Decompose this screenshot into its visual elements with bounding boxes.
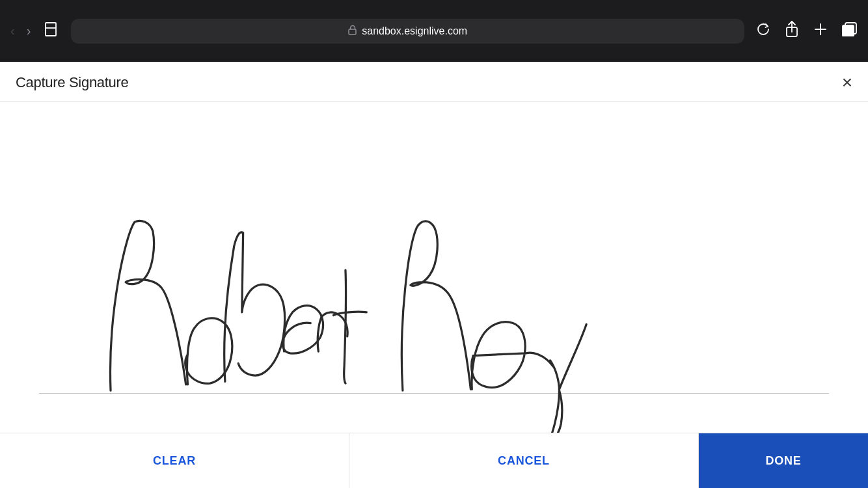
svg-rect-0	[46, 23, 56, 36]
address-bar[interactable]: sandbox.esignlive.com	[71, 19, 744, 44]
browser-actions	[756, 21, 858, 42]
modal-footer: CLEAR CANCEL DONE	[0, 433, 868, 488]
share-button[interactable]	[785, 21, 799, 42]
add-tab-button[interactable]	[813, 22, 828, 40]
modal-title: Capture Signature	[16, 74, 128, 91]
modal-header: Capture Signature ×	[0, 62, 868, 102]
signature-canvas-area[interactable]	[0, 102, 868, 433]
svg-rect-2	[349, 29, 356, 34]
signature-drawing	[0, 102, 868, 433]
forward-button[interactable]: ›	[27, 23, 31, 38]
reload-button[interactable]	[756, 22, 770, 40]
back-button[interactable]: ‹	[10, 23, 15, 38]
modal-container: Capture Signature ×	[0, 62, 868, 488]
cancel-button[interactable]: CANCEL	[349, 433, 699, 488]
browser-chrome: ‹ › sandbox.esignlive.com	[0, 0, 868, 62]
url-text: sandbox.esignlive.com	[362, 25, 467, 37]
bookmark-icon	[42, 21, 59, 42]
clear-button[interactable]: CLEAR	[0, 433, 349, 488]
lock-icon	[348, 25, 357, 37]
done-button[interactable]: DONE	[699, 433, 868, 488]
tabs-button[interactable]	[842, 22, 858, 40]
svg-rect-8	[843, 25, 854, 36]
browser-top-bar: ‹ › sandbox.esignlive.com	[10, 19, 858, 44]
close-button[interactable]: ×	[842, 74, 852, 92]
